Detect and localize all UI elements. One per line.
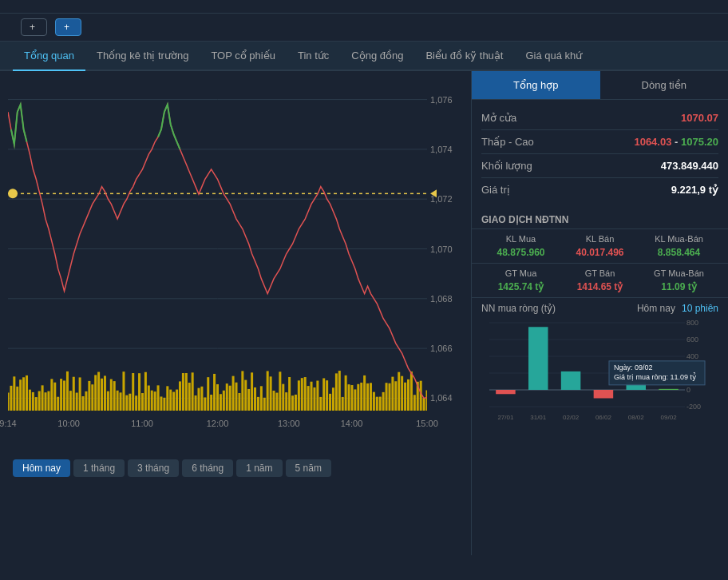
gt-mua-value: 1425.74 tỷ — [481, 281, 560, 292]
time-btn-1year[interactable]: 1 năm — [236, 459, 282, 477]
stat-gia-tri: Giá trị 9.221,9 tỷ — [481, 178, 718, 201]
stat-thap-cao: Thấp - Cao 1064.03 - 1075.20 — [481, 130, 718, 154]
thap-value: 1064.03 — [634, 136, 671, 148]
ndtnn-gt-net: GT Mua-Bán 11.09 tỷ — [639, 268, 718, 292]
kl-net-label: KL Mua-Bán — [639, 234, 718, 244]
nn-tab-10phien[interactable]: 10 phiên — [682, 303, 718, 314]
gt-net-label: GT Mua-Bán — [639, 268, 718, 278]
nn-chart-header: NN mua ròng (tỷ) Hôm nay 10 phiên — [472, 298, 728, 319]
thap-cao-value: 1064.03 - 1075.20 — [634, 136, 718, 148]
tab-tong-quan[interactable]: Tổng quan — [13, 42, 85, 71]
gt-net-value: 11.09 tỷ — [639, 281, 718, 292]
nn-bar-chart[interactable] — [481, 319, 713, 423]
khoi-luong-label: Khối lượng — [481, 160, 532, 172]
mo-cua-value: 1070.07 — [681, 112, 718, 124]
tab-cong-dong[interactable]: Cộng đồng — [340, 42, 414, 71]
time-btn-3month[interactable]: 3 tháng — [128, 459, 179, 477]
right-panel: Tổng hợp Dòng tiền Mở cửa 1070.07 Thấp -… — [471, 71, 728, 555]
gt-mua-label: GT Mua — [481, 268, 560, 278]
kl-net-value: 8.858.464 — [639, 247, 718, 258]
tab-top-co-phieu[interactable]: TOP cổ phiếu — [200, 42, 287, 71]
kl-mua-value: 48.875.960 — [481, 247, 560, 258]
time-range-buttons: Hôm nay 1 tháng 3 tháng 6 tháng 1 năm 5 … — [0, 455, 471, 482]
nn-chart-label: NN mua ròng (tỷ) — [481, 303, 556, 314]
ndtnn-kl-ban: KL Bán 40.017.496 — [560, 234, 639, 258]
plus-icon-2: + — [64, 22, 69, 33]
tab-gia-qua-khu[interactable]: Giá quá khứ — [514, 42, 593, 71]
khoi-luong-value: 473.849.440 — [661, 160, 718, 172]
mo-cua-label: Mở cửa — [481, 112, 516, 124]
gt-ban-value: 1414.65 tỷ — [560, 281, 639, 292]
panel-toggle: Tổng hợp Dòng tiền — [472, 71, 728, 100]
cao-value: 1075.20 — [681, 136, 718, 148]
ndtnn-gt-ban: GT Bán 1414.65 tỷ — [560, 268, 639, 292]
plus-icon: + — [30, 22, 35, 33]
toggle-tong-hop[interactable]: Tổng hợp — [472, 71, 600, 99]
time-btn-5year[interactable]: 5 năm — [286, 459, 331, 477]
tab-thong-ke[interactable]: Thống kê thị trường — [85, 42, 200, 71]
kl-ban-value: 40.017.496 — [560, 247, 639, 258]
main-content: Hôm nay 1 tháng 3 tháng 6 tháng 1 năm 5 … — [0, 71, 728, 555]
ndtnn-kl-net: KL Mua-Bán 8.858.464 — [639, 234, 718, 258]
header — [0, 0, 728, 14]
chart-container — [0, 71, 471, 455]
theo-doi-button[interactable]: + — [55, 18, 81, 36]
ndtnn-kl-row: KL Mua 48.875.960 KL Bán 40.017.496 KL M… — [472, 229, 728, 264]
stat-mo-cua: Mở cửa 1070.07 — [481, 106, 718, 130]
chart-area: Hôm nay 1 tháng 3 tháng 6 tháng 1 năm 5 … — [0, 71, 471, 555]
gia-tri-label: Giá trị — [481, 184, 510, 196]
time-btn-1month[interactable]: 1 tháng — [73, 459, 125, 477]
time-btn-6month[interactable]: 6 tháng — [182, 459, 233, 477]
stat-khoi-luong: Khối lượng 473.849.440 — [481, 154, 718, 178]
tab-tin-tuc[interactable]: Tin tức — [287, 42, 340, 71]
bieu-do-button[interactable]: + — [21, 18, 47, 36]
tab-bieu-do-ky-thuat[interactable]: Biểu đồ kỹ thuật — [414, 42, 514, 71]
thap-cao-label: Thấp - Cao — [481, 136, 534, 148]
ndtnn-gt-mua: GT Mua 1425.74 tỷ — [481, 268, 560, 292]
time-btn-today[interactable]: Hôm nay — [13, 459, 70, 477]
subheader: + + — [0, 14, 728, 42]
nav-tabs: Tổng quan Thống kê thị trường TOP cổ phi… — [0, 42, 728, 71]
gt-ban-label: GT Bán — [560, 268, 639, 278]
ndtnn-gt-row: GT Mua 1425.74 tỷ GT Bán 1414.65 tỷ GT M… — [472, 264, 728, 298]
nn-chart-tabs: Hôm nay 10 phiên — [637, 303, 718, 314]
stats-section: Mở cửa 1070.07 Thấp - Cao 1064.03 - 1075… — [472, 100, 728, 208]
toggle-dong-tien[interactable]: Dòng tiền — [600, 71, 729, 99]
gia-tri-value: 9.221,9 tỷ — [671, 184, 718, 196]
kl-ban-label: KL Bán — [560, 234, 639, 244]
price-chart[interactable] — [0, 71, 471, 455]
kl-mua-label: KL Mua — [481, 234, 560, 244]
ndtnn-kl-mua: KL Mua 48.875.960 — [481, 234, 560, 258]
bar-chart-container — [472, 319, 728, 423]
nn-tab-today[interactable]: Hôm nay — [637, 303, 675, 314]
ndtnn-header: GIAO DỊCH NĐTNN — [472, 208, 728, 229]
